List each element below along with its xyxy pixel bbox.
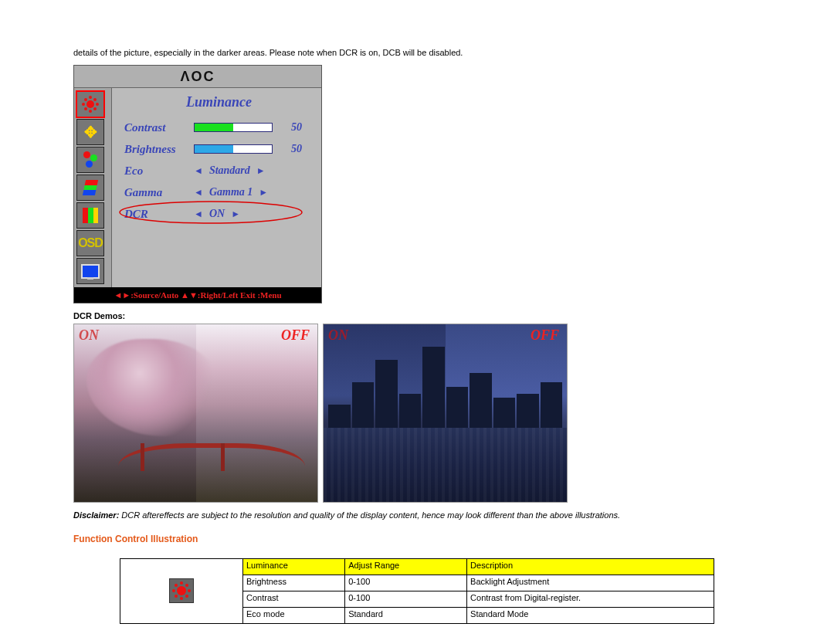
col-description: Description xyxy=(467,559,714,575)
gamma-row[interactable]: Gamma ◄ Gamma 1 ► xyxy=(124,183,314,202)
cell: Brightness xyxy=(243,575,345,591)
dcr-label: DCR xyxy=(124,208,194,221)
luminance-icon xyxy=(169,578,194,603)
gamma-value: Gamma 1 xyxy=(209,186,253,198)
aoc-logo: ΛOC xyxy=(180,69,215,85)
cell: Contrast xyxy=(243,591,345,608)
col-adjust-range: Adjust Range xyxy=(345,559,467,575)
osd-header: ΛOC xyxy=(74,66,321,88)
left-arrow-icon[interactable]: ◄ xyxy=(194,165,203,177)
disclaimer-label: Disclaimer: xyxy=(73,510,119,520)
table-header-row: Luminance Adjust Range Description xyxy=(120,559,714,575)
luminance-icon-cell xyxy=(120,559,243,624)
cell: Contrast from Digital-register. xyxy=(467,591,714,608)
contrast-row[interactable]: Contrast 50 xyxy=(124,118,314,137)
brightness-label: Brightness xyxy=(124,143,194,156)
right-arrow-icon[interactable]: ► xyxy=(231,208,240,220)
extra-icon[interactable] xyxy=(76,258,104,284)
col-luminance: Luminance xyxy=(243,559,345,575)
cell: Eco mode xyxy=(243,608,345,624)
brightness-value: 50 xyxy=(280,143,302,155)
brightness-row[interactable]: Brightness 50 xyxy=(124,140,314,158)
off-label: OFF xyxy=(281,327,310,344)
cell: Standard Mode xyxy=(467,608,714,624)
eco-value: Standard xyxy=(209,164,250,177)
demo-blossom: ON OFF xyxy=(73,324,318,503)
osd-body: ✥ OSD Luminance Contrast 50 Brightness 5… xyxy=(74,88,321,287)
dcr-demos: ON OFF ON OFF xyxy=(73,324,761,503)
dcb-icon[interactable] xyxy=(76,202,104,229)
right-arrow-icon[interactable]: ► xyxy=(256,165,266,177)
off-label: OFF xyxy=(531,327,559,344)
eco-row[interactable]: Eco ◄ Standard ► xyxy=(124,161,314,180)
osd-footer-hint: ◄►:Source/Auto ▲▼:Right/Left Exit :Menu xyxy=(74,287,321,303)
osd-content: Luminance Contrast 50 Brightness 50 Eco … xyxy=(112,88,321,287)
cell: 0-100 xyxy=(345,575,467,591)
left-arrow-icon[interactable]: ◄ xyxy=(194,208,203,220)
color-temp-icon[interactable] xyxy=(76,147,104,173)
luminance-icon[interactable] xyxy=(76,91,104,117)
dcr-row[interactable]: DCR ◄ ON ► xyxy=(124,205,314,223)
contrast-value: 50 xyxy=(280,121,302,134)
document-page: details of the picture, especially in th… xyxy=(0,0,834,644)
on-label: ON xyxy=(328,327,348,344)
contrast-label: Contrast xyxy=(124,121,194,134)
gamma-label: Gamma xyxy=(124,186,194,199)
disclaimer: Disclaimer: DCR aftereffects are subject… xyxy=(73,510,761,520)
contrast-bar[interactable] xyxy=(194,123,273,132)
intro-paragraph: details of the picture, especially in th… xyxy=(73,47,761,59)
dcr-demos-heading: DCR Demos: xyxy=(73,311,761,320)
demo-city: ON OFF xyxy=(323,324,568,503)
osd-panel: ΛOC ✥ OSD Luminance Contrast 50 xyxy=(73,65,322,303)
image-setup-icon[interactable]: ✥ xyxy=(76,119,104,145)
osd-sidebar: ✥ OSD xyxy=(74,88,112,287)
cell: Backlight Adjustment xyxy=(467,575,714,591)
left-arrow-icon[interactable]: ◄ xyxy=(194,187,203,198)
osd-setup-icon[interactable]: OSD xyxy=(76,230,104,256)
disclaimer-text: DCR aftereffects are subject to the reso… xyxy=(119,510,620,520)
picture-boost-icon[interactable] xyxy=(76,175,104,201)
right-arrow-icon[interactable]: ► xyxy=(259,187,268,198)
cell: Standard xyxy=(345,608,467,624)
cell: 0-100 xyxy=(345,591,467,608)
brightness-bar[interactable] xyxy=(194,144,273,154)
function-control-heading: Function Control Illustration xyxy=(73,534,761,544)
osd-title: Luminance xyxy=(124,94,314,110)
dcr-value: ON xyxy=(209,208,225,220)
on-label: ON xyxy=(79,327,99,344)
function-table: Luminance Adjust Range Description Brigh… xyxy=(120,558,714,624)
eco-label: Eco xyxy=(124,164,194,178)
